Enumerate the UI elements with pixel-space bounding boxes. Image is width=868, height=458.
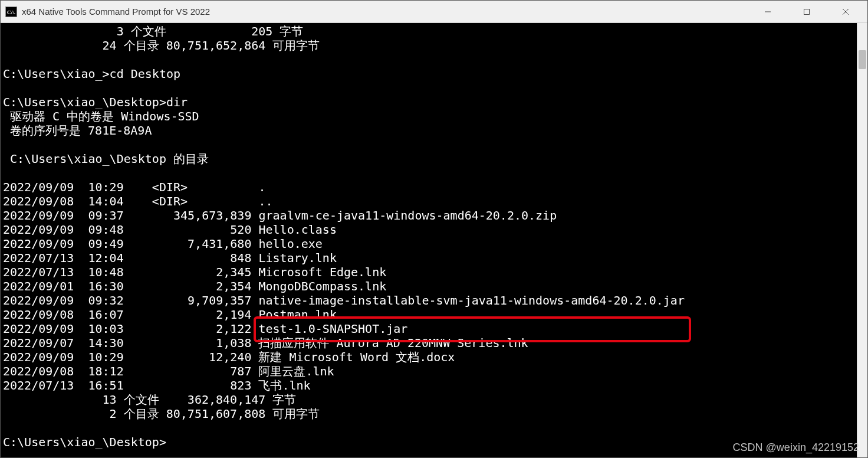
cmd-icon: C:\. — [5, 6, 17, 17]
window-title: x64 Native Tools Command Prompt for VS 2… — [22, 6, 748, 17]
watermark: CSDN @weixin_42219152 — [733, 441, 859, 454]
app-window: C:\. x64 Native Tools Command Prompt for… — [0, 0, 868, 458]
scroll-thumb[interactable] — [859, 50, 866, 69]
svg-rect-1 — [804, 9, 810, 14]
close-button[interactable] — [826, 1, 865, 22]
scrollbar[interactable] — [857, 23, 867, 457]
titlebar[interactable]: C:\. x64 Native Tools Command Prompt for… — [1, 1, 867, 23]
maximize-button[interactable] — [787, 1, 826, 22]
minimize-button[interactable] — [748, 1, 787, 22]
terminal-output[interactable]: 3 个文件 205 字节 24 个目录 80,751,652,864 可用字节 … — [1, 23, 857, 457]
